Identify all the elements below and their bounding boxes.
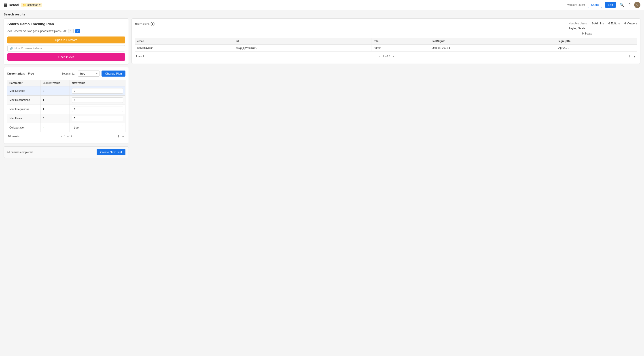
- member-email-cell: solvi@avo.sh: [135, 45, 234, 52]
- plan-download-button[interactable]: ⬇: [117, 134, 120, 138]
- members-download-button[interactable]: ⬇: [628, 55, 631, 58]
- plan-filter-button[interactable]: ▼: [122, 134, 124, 138]
- open-avo-button[interactable]: Open in Avo: [8, 53, 125, 61]
- plan-select[interactable]: free starter growth enterprise: [78, 71, 100, 77]
- members-prev-page[interactable]: ‹: [378, 54, 381, 59]
- col-role: role: [371, 38, 430, 45]
- schema-down-button[interactable]: v: [75, 29, 80, 33]
- current-plan-label: Current plan:: [7, 72, 25, 75]
- plan-page-current: 1: [64, 135, 66, 138]
- plan-new-value-cell: [70, 86, 125, 96]
- schemas-label: schemas: [28, 3, 38, 7]
- members-page-of: of: [386, 55, 388, 58]
- search-results-label: Search results: [4, 13, 640, 16]
- members-result-count: 1 result: [136, 55, 144, 58]
- open-firestore-button[interactable]: Open in Firestore: [8, 37, 125, 44]
- editors-stat: 0 Editors: [608, 22, 620, 25]
- members-top-section: Members (1) Non-Avo Users: 0 Admins 0 Ed…: [135, 22, 637, 35]
- non-avo-users-label: Non-Avo Users:: [569, 22, 588, 25]
- plan-parameters-table: Parameter Current Value New Value Max So…: [7, 80, 126, 132]
- plan-new-value-cell: [70, 123, 125, 132]
- members-filter-button[interactable]: ▼: [633, 55, 636, 58]
- editors-label: Editors: [611, 22, 620, 25]
- schema-up-button[interactable]: ^: [68, 29, 74, 33]
- help-icon-button[interactable]: ?: [628, 2, 632, 8]
- chevron-down-icon: ▾: [39, 3, 40, 7]
- admins-text: Admins: [594, 22, 604, 25]
- members-card: Members (1) Non-Avo Users: 0 Admins 0 Ed…: [132, 18, 640, 64]
- schemas-breadcrumb[interactable]: 📁 schemas ▾: [21, 3, 42, 7]
- edit-button[interactable]: Edit: [605, 2, 616, 8]
- plan-new-value-input[interactable]: [72, 125, 123, 130]
- plan-select-row: free starter growth enterprise Change Pl…: [78, 71, 126, 77]
- plan-param-cell: Max Sources: [7, 86, 40, 96]
- plan-current-cell: 5: [40, 114, 70, 123]
- app-name: Retool: [9, 3, 19, 7]
- members-title-section: Members (1): [135, 22, 154, 26]
- plan-new-value-input[interactable]: [72, 107, 123, 112]
- plan-table-actions: ⬇ ▼: [117, 134, 124, 138]
- change-plan-button[interactable]: Change Plan: [102, 71, 126, 77]
- header: ▦ Retool 📁 schemas ▾ Version: Latest Sha…: [0, 0, 644, 10]
- col-current-value: Current Value: [40, 80, 70, 86]
- firebase-url-row: 🔗 https://console.firebase.: [8, 45, 125, 52]
- plan-header: Current plan: Free Set plan to: free sta…: [7, 71, 126, 77]
- plan-param-cell: Max Integrations: [7, 105, 40, 114]
- member-signup-cell: Apr 20, 2: [556, 45, 637, 52]
- link-icon: 🔗: [10, 47, 13, 50]
- viewers-stat: 0 Viewers: [624, 22, 637, 25]
- plan-prev-page[interactable]: ‹: [60, 134, 63, 139]
- bottom-status: All queries completed.: [7, 151, 33, 154]
- viewers-label: Viewers: [627, 22, 637, 25]
- member-sign-in-dots[interactable]: ···: [451, 47, 454, 49]
- share-button[interactable]: Share: [588, 2, 602, 8]
- plan-new-value-cell: [70, 105, 125, 114]
- tracking-plan-card: Solvi's Demo Tracking Plan Avo Schema Ve…: [4, 18, 129, 65]
- member-id-value: tAQuj8jWsuaUIA: [236, 46, 256, 50]
- member-row: solvi@avo.sh tAQuj8jWsuaUIA ··· Admin Ja…: [135, 45, 637, 52]
- create-new-trial-button[interactable]: Create New Trial: [96, 149, 126, 155]
- seats-count-row: 0 Seats: [582, 32, 637, 35]
- plan-current-cell: 1: [40, 96, 70, 105]
- firebase-url-input[interactable]: 🔗 https://console.firebase.: [8, 45, 125, 52]
- col-email: email: [135, 38, 234, 45]
- member-role-cell: Admin: [371, 45, 430, 52]
- member-sign-in-value: Jan 18, 2021 1: [432, 46, 450, 50]
- seats-label: Seats: [584, 32, 592, 35]
- editors-count: 0: [608, 22, 610, 25]
- member-id-dots[interactable]: ···: [258, 47, 260, 49]
- header-right: Version: Latest Share Edit 🔍 ? U: [567, 2, 640, 8]
- plan-new-value-input[interactable]: [72, 97, 123, 103]
- members-next-page[interactable]: ›: [392, 54, 395, 59]
- members-pagination: ‹ 1 of 1 ›: [378, 54, 395, 59]
- left-column: Solvi's Demo Tracking Plan Avo Schema Ve…: [4, 18, 129, 158]
- non-avo-users-row: Non-Avo Users: 0 Admins 0 Editors 0: [569, 22, 637, 25]
- members-table-actions: ⬇ ▼: [628, 55, 636, 58]
- members-title: Members (1): [135, 22, 154, 26]
- two-column-layout: Solvi's Demo Tracking Plan Avo Schema Ve…: [4, 18, 640, 158]
- bottom-section: All queries completed. Create New Trial: [4, 146, 129, 158]
- admins-stat: 0 Admins: [592, 22, 604, 25]
- avatar[interactable]: U: [634, 2, 640, 8]
- members-page-total: 1: [389, 55, 391, 58]
- tracking-plan-title: Solvi's Demo Tracking Plan: [8, 22, 125, 26]
- plan-param-cell: Collaboration: [7, 123, 40, 132]
- plan-page-of: of: [67, 135, 69, 138]
- viewers-count: 0: [624, 22, 626, 25]
- members-stats-section: Non-Avo Users: 0 Admins 0 Editors 0: [569, 22, 637, 35]
- member-last-sign-in-cell: Jan 18, 2021 1 ···: [430, 45, 556, 52]
- plan-next-page[interactable]: ›: [74, 134, 76, 139]
- plan-new-value-input[interactable]: [72, 88, 123, 94]
- plan-current-cell: 1: [40, 105, 70, 114]
- current-plan-value: Free: [28, 72, 34, 75]
- plan-current-cell: ✓: [40, 123, 70, 132]
- plan-new-value-input[interactable]: [72, 116, 123, 121]
- col-parameter: Parameter: [7, 80, 40, 86]
- member-id-cell: tAQuj8jWsuaUIA ···: [234, 45, 371, 52]
- plan-current-cell: 3: [40, 86, 70, 96]
- search-icon-button[interactable]: 🔍: [619, 2, 625, 8]
- retool-logo-icon: ▦: [4, 3, 8, 8]
- main-content: Search results Solvi's Demo Tracking Pla…: [0, 10, 644, 160]
- col-last-sign-in: lastSignIn: [430, 38, 556, 45]
- admins-count: 0: [592, 22, 594, 25]
